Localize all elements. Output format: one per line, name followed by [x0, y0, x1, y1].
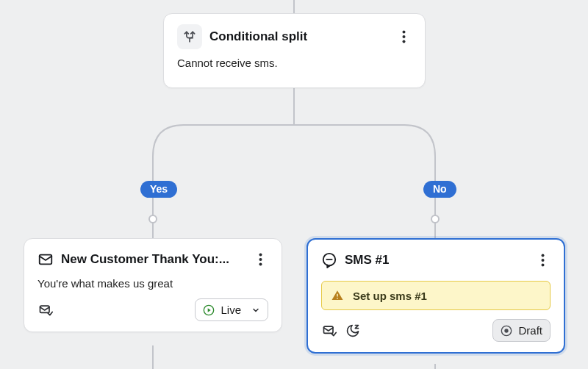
email-card-subtitle: You're what makes us great [37, 277, 268, 290]
status-label: Live [220, 304, 241, 316]
smart-send-icon [37, 302, 54, 318]
branch-node-dot [148, 215, 157, 223]
sms-card[interactable]: SMS #1 Set up sms #1 [306, 238, 565, 354]
card-menu-button[interactable] [534, 250, 551, 271]
conditional-split-title: Conditional split [209, 29, 388, 44]
setup-warning[interactable]: Set up sms #1 [321, 281, 551, 310]
conditional-split-card[interactable]: Conditional split Cannot receive sms. [163, 13, 426, 88]
branch-no-label: No [433, 183, 447, 195]
branch-node-dot [431, 215, 440, 223]
sms-card-title: SMS #1 [345, 253, 527, 268]
split-icon [177, 24, 202, 49]
card-menu-button[interactable] [395, 26, 412, 47]
dots-vertical-icon [541, 254, 545, 267]
svg-point-11 [259, 254, 262, 257]
mail-icon [37, 251, 54, 268]
branch-yes-pill: Yes [140, 181, 177, 198]
dots-vertical-icon [259, 253, 262, 266]
smart-send-icon [321, 323, 337, 339]
svg-marker-16 [208, 308, 211, 312]
branch-no-pill: No [423, 181, 456, 198]
svg-rect-14 [40, 306, 50, 312]
svg-point-19 [541, 254, 544, 257]
email-card-title: New Customer Thank You:... [61, 252, 245, 267]
status-label: Draft [518, 324, 542, 337]
chevron-down-icon [251, 306, 260, 315]
svg-rect-22 [337, 294, 338, 297]
svg-point-7 [402, 31, 405, 34]
status-select-live[interactable]: Live [195, 298, 268, 321]
draft-dot-icon [501, 325, 512, 337]
svg-rect-23 [337, 298, 338, 299]
setup-warning-text: Set up sms #1 [353, 290, 427, 302]
svg-point-12 [259, 258, 262, 261]
svg-point-26 [505, 329, 509, 332]
conditional-split-description: Cannot receive sms. [177, 57, 412, 69]
branch-yes-label: Yes [150, 183, 168, 195]
sms-icon [321, 252, 337, 268]
svg-point-13 [259, 263, 262, 266]
svg-point-21 [541, 264, 544, 267]
card-menu-button[interactable] [252, 249, 268, 270]
status-chip-draft: Draft [492, 319, 551, 342]
svg-point-9 [402, 40, 405, 43]
dots-vertical-icon [402, 30, 406, 43]
warning-icon [331, 289, 344, 302]
quiet-hours-icon [345, 323, 361, 339]
svg-point-20 [541, 259, 544, 262]
svg-rect-24 [324, 326, 334, 333]
play-circle-icon [203, 304, 215, 316]
svg-point-8 [402, 35, 405, 38]
email-card[interactable]: New Customer Thank You:... You're what m… [24, 238, 282, 332]
